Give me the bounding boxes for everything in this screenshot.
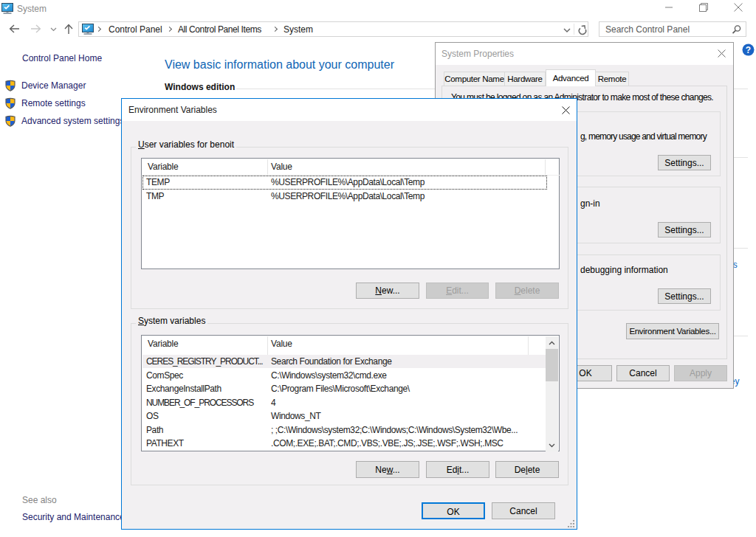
svg-text:?: ? <box>746 45 751 55</box>
